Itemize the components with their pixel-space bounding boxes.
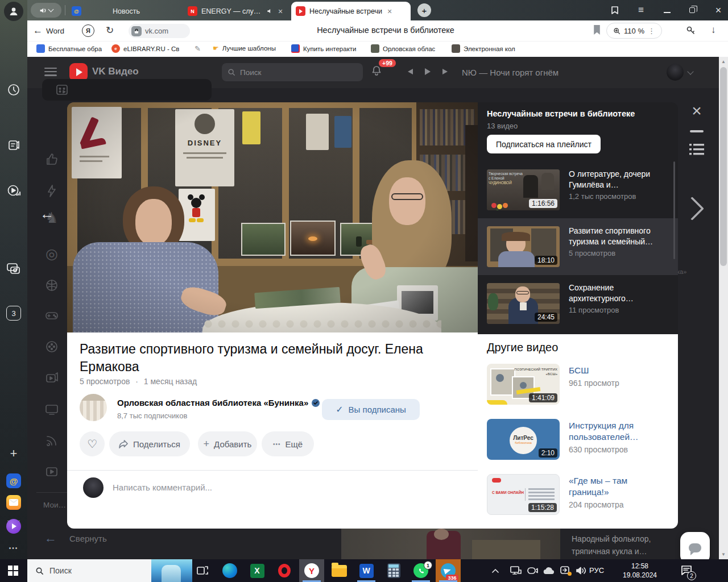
other-video-item[interactable]: ЛитРес библиотека 2:10 Инструкция для по…: [478, 415, 678, 467]
sidebar-likes-icon[interactable]: [44, 151, 60, 167]
address-bar[interactable]: vk.com: [129, 24, 190, 38]
notes-icon[interactable]: [3, 135, 24, 155]
like-button[interactable]: ♡: [80, 431, 105, 456]
sidebar-clips-icon[interactable]: [44, 370, 60, 386]
modal-close-button[interactable]: ×: [687, 101, 706, 120]
share-button[interactable]: Поделиться: [109, 431, 190, 456]
tray-onedrive-icon[interactable]: [543, 559, 555, 582]
action-center-icon[interactable]: 2: [680, 564, 694, 577]
other-video-item[interactable]: С ВАМИ ОНЛАЙН 1:15:28 «Где мы – там гран…: [478, 471, 678, 522]
playlist-scrollbar[interactable]: [673, 161, 675, 259]
scroll-down-icon[interactable]: ▼: [719, 552, 728, 557]
now-playing-title[interactable]: NЮ — Ночи горят огнём: [462, 68, 559, 77]
video-player[interactable]: DISNEY: [67, 102, 478, 332]
vk-search-input[interactable]: [240, 68, 342, 77]
task-view-icon[interactable]: [197, 565, 209, 576]
comment-input[interactable]: Написать комментарий...: [113, 483, 212, 492]
tab-sound-button[interactable]: [31, 3, 61, 18]
sidebar-collapse-button[interactable]: ← Свернуть: [44, 532, 107, 544]
back-button[interactable]: ← Word: [33, 25, 64, 36]
bookmark-item[interactable]: Бесплатные обра: [36, 44, 102, 53]
downloads-icon[interactable]: ↓: [711, 24, 716, 36]
play-track-icon[interactable]: [423, 68, 431, 78]
vk-search[interactable]: [222, 63, 363, 81]
panel-more-icon[interactable]: •••: [3, 538, 24, 558]
tab-groups-button[interactable]: 3: [3, 303, 24, 323]
sidebar-games-icon[interactable]: [44, 307, 60, 323]
channel-name[interactable]: Орловская областная библиотека «Бунинка»: [117, 398, 320, 408]
sidebar-my-videos-icon[interactable]: [44, 464, 60, 480]
zoom-menu-icon[interactable]: ⋮: [648, 27, 655, 35]
browser-menu-icon[interactable]: ≡: [635, 5, 647, 16]
playlist-item[interactable]: Творческая встреча с Еленой ЧУДИНОВОЙ 1:…: [478, 161, 678, 218]
password-manager-icon[interactable]: [685, 24, 696, 36]
taskbar-yandex-browser-icon[interactable]: Y: [299, 559, 324, 582]
sidebar-item-video-selected[interactable]: [42, 79, 212, 101]
new-tab-button[interactable]: +: [417, 3, 431, 17]
tray-volume-icon[interactable]: [576, 559, 587, 582]
taskbar-whatsapp-icon[interactable]: 1: [408, 559, 433, 582]
next-track-icon[interactable]: [441, 68, 450, 78]
taskbar-explorer-icon[interactable]: [326, 559, 351, 582]
tray-clock[interactable]: 12:58 19.08.2024: [618, 562, 662, 580]
notifications-bell-icon[interactable]: [371, 65, 382, 78]
bookmark-item[interactable]: Электронная кол: [452, 44, 515, 53]
tab-news[interactable]: @ Новость: [67, 2, 181, 20]
yandex-mail-icon[interactable]: [3, 492, 24, 513]
tray-expand-icon[interactable]: [491, 559, 499, 582]
screenshot-icon[interactable]: [3, 259, 24, 279]
bookmark-item[interactable]: Купить интеракти: [291, 44, 357, 53]
bookmark-flag-icon[interactable]: [593, 24, 601, 35]
panel-add-icon[interactable]: +: [3, 443, 24, 464]
menu-burger-icon[interactable]: [44, 68, 57, 76]
tray-yandex-disk-icon[interactable]: [560, 559, 571, 582]
history-icon[interactable]: [3, 80, 24, 100]
bookmark-pencil-icon[interactable]: ✎: [195, 44, 201, 53]
other-video-item[interactable]: ПОЭТИЧЕСКИЙ ТРИПТИХ «БСШ» 1:41:09 БСШ 96…: [478, 360, 678, 411]
close-tab-icon[interactable]: ×: [387, 7, 392, 16]
taskbar-edge-icon[interactable]: [217, 559, 242, 582]
taskbar-calculator-icon[interactable]: [381, 559, 406, 582]
refresh-icon[interactable]: ↻: [106, 24, 114, 36]
sidebar-sport-icon[interactable]: [44, 277, 60, 293]
add-button[interactable]: + Добавить: [198, 431, 257, 456]
yandex-search-button[interactable]: Я: [82, 24, 94, 37]
taskbar-telegram-icon[interactable]: 336: [436, 559, 461, 582]
tray-network-icon[interactable]: [510, 559, 522, 582]
sidebar-streams-icon[interactable]: [44, 433, 60, 448]
modal-minimize-button[interactable]: [689, 128, 704, 134]
playlist-item-current[interactable]: 18:10 Развитие спортивного туризма и сем…: [478, 218, 678, 275]
sidebar-target-icon[interactable]: ◎: [44, 246, 60, 261]
taskbar-opera-icon[interactable]: [272, 559, 297, 582]
taskbar-word-icon[interactable]: W: [354, 559, 379, 582]
close-tab-icon[interactable]: ×: [278, 7, 283, 16]
taskbar-search[interactable]: [27, 559, 192, 582]
tray-language[interactable]: РУС: [589, 566, 604, 575]
scrollbar-thumb[interactable]: [720, 67, 727, 266]
bookmarks-panel-icon[interactable]: [609, 5, 621, 16]
mailru-icon[interactable]: @: [3, 471, 24, 491]
taskbar-excel-icon[interactable]: X: [245, 559, 270, 582]
playlist-subscribe-button[interactable]: Подписаться на плейлист: [487, 135, 601, 153]
profile-avatar[interactable]: [667, 64, 684, 81]
sidebar-movies-icon[interactable]: [44, 339, 60, 355]
channel-avatar[interactable]: [80, 394, 107, 421]
page-scrollbar[interactable]: ▲ ▼: [719, 57, 728, 559]
window-restore-button[interactable]: [686, 5, 698, 16]
window-minimize-button[interactable]: [661, 5, 673, 16]
window-close-button[interactable]: ×: [712, 5, 725, 16]
tab-active-vk[interactable]: Неслучайные встречи ×: [291, 2, 411, 20]
prev-track-icon[interactable]: [405, 68, 414, 78]
playlist-item[interactable]: 24:45 Сохранение архитектурного… 11 прос…: [478, 275, 678, 332]
sidebar-trends-icon[interactable]: [44, 183, 60, 199]
more-button[interactable]: ••• Ещё: [262, 431, 314, 456]
sidebar-tv-icon[interactable]: [44, 401, 60, 417]
zoom-control[interactable]: 110 % ⋮: [606, 23, 662, 39]
media-player-icon[interactable]: [3, 181, 24, 201]
profile-icon[interactable]: [3, 1, 24, 22]
search-highlight-image[interactable]: [151, 559, 192, 582]
bookmark-item[interactable]: e eLIBRARY.RU - Св: [111, 44, 179, 53]
taskbar-search-input[interactable]: [49, 566, 140, 575]
subscribed-button[interactable]: ✓ Вы подписаны: [322, 399, 420, 420]
modal-queue-button[interactable]: [688, 142, 705, 157]
